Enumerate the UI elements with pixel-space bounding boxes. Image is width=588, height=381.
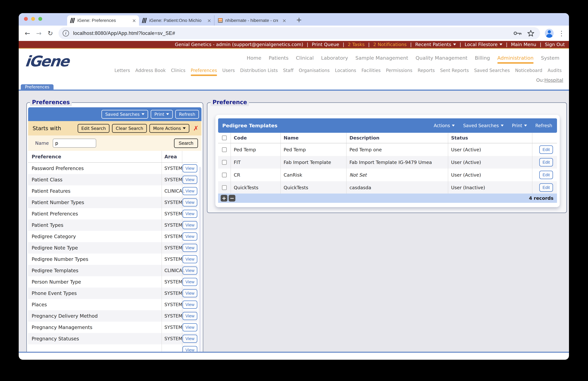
more-actions-button[interactable]: More Actions bbox=[149, 124, 189, 133]
secondary-nav-item[interactable]: Users bbox=[222, 68, 235, 73]
view-button[interactable]: View bbox=[183, 289, 197, 297]
secondary-nav-item[interactable]: Clinics bbox=[171, 68, 186, 73]
name-field[interactable] bbox=[53, 139, 96, 148]
topbar-item[interactable]: Recent Patients bbox=[415, 42, 465, 47]
view-button[interactable]: View bbox=[183, 221, 197, 229]
back-icon[interactable]: ← bbox=[25, 30, 30, 37]
primary-nav-item[interactable]: System bbox=[541, 55, 559, 61]
secondary-nav-item[interactable]: Audits bbox=[547, 68, 562, 73]
secondary-nav-item[interactable]: Saved Searches bbox=[474, 68, 510, 73]
secondary-nav-item[interactable]: Reports bbox=[418, 68, 435, 73]
view-button[interactable]: View bbox=[183, 187, 197, 195]
main-content: Preferences Saved Searches Print Refresh… bbox=[19, 91, 569, 352]
secondary-nav-item[interactable]: Locations bbox=[335, 68, 356, 73]
list-scrollbar[interactable] bbox=[199, 167, 201, 352]
tab-close-icon[interactable]: × bbox=[282, 18, 286, 23]
topbar-item[interactable]: Genial Genetics - admin (support@genialg… bbox=[175, 42, 312, 47]
url-text[interactable]: localhost:8080/App/App.html?locale=sv_SE… bbox=[73, 30, 175, 36]
topbar-item[interactable]: Sign Out bbox=[545, 42, 565, 47]
topbar-item[interactable]: Local Filestore bbox=[465, 42, 511, 47]
secondary-nav-item[interactable]: Letters bbox=[114, 68, 130, 73]
primary-nav-item[interactable]: Administration bbox=[497, 55, 534, 61]
header-action-link[interactable]: Refresh bbox=[535, 123, 552, 128]
edit-button[interactable]: Edit bbox=[539, 158, 553, 166]
topbar-items: Genial Genetics - admin (support@genialg… bbox=[175, 42, 565, 47]
bookmark-star-icon[interactable] bbox=[527, 30, 534, 37]
edit-button[interactable]: Edit bbox=[539, 145, 553, 154]
primary-nav-item[interactable]: Billing bbox=[475, 55, 490, 61]
view-button[interactable]: View bbox=[183, 323, 197, 331]
secondary-nav-item[interactable]: Organisations bbox=[299, 68, 330, 73]
preference-name bbox=[28, 344, 162, 352]
select-all-checkbox[interactable] bbox=[222, 135, 227, 140]
header-action-link[interactable]: Saved Searches bbox=[463, 123, 504, 128]
print-button[interactable]: Print bbox=[151, 110, 173, 119]
view-button[interactable]: View bbox=[183, 301, 197, 309]
saved-searches-button[interactable]: Saved Searches bbox=[102, 110, 148, 119]
site-info-icon[interactable]: i bbox=[63, 30, 69, 37]
topbar-item[interactable]: Main Menu bbox=[511, 42, 545, 47]
secondary-nav-item[interactable]: Sent Reports bbox=[440, 68, 469, 73]
header-action-link[interactable]: Print bbox=[512, 123, 527, 128]
secondary-nav-item[interactable]: Facilities bbox=[361, 68, 381, 73]
topbar-item[interactable]: 2 Tasks bbox=[348, 42, 373, 47]
secondary-nav-item[interactable]: Noticeboard bbox=[515, 68, 542, 73]
header-action-link[interactable]: Actions bbox=[434, 123, 455, 128]
browser-tab[interactable]: nhibernate - hibernate - creat × bbox=[214, 15, 289, 26]
view-button[interactable]: View bbox=[183, 232, 197, 241]
refresh-button[interactable]: Refresh bbox=[175, 110, 199, 119]
edit-search-button[interactable]: Edit Search bbox=[78, 124, 110, 133]
clear-search-button[interactable]: Clear Search bbox=[112, 124, 147, 133]
search-button[interactable]: Search bbox=[174, 138, 198, 148]
tab-close-icon[interactable]: × bbox=[132, 18, 136, 23]
secondary-nav-item[interactable]: Distribution Lists bbox=[240, 68, 278, 73]
edit-button[interactable]: Edit bbox=[539, 183, 553, 192]
topbar-item-label: Sign Out bbox=[545, 42, 565, 47]
view-button[interactable]: View bbox=[183, 278, 197, 286]
topbar-item[interactable]: Print Queue bbox=[312, 42, 348, 47]
primary-nav-item[interactable]: Patients bbox=[269, 55, 289, 61]
view-button[interactable]: View bbox=[183, 164, 197, 172]
app-header: iGene Home Patients Clinical Laboratory … bbox=[19, 49, 569, 84]
browser-tab[interactable]: iGene: Patient:Ono Michio × bbox=[139, 15, 214, 26]
secondary-nav-item[interactable]: Address Book bbox=[135, 68, 166, 73]
view-button[interactable]: View bbox=[183, 210, 197, 218]
forward-icon[interactable]: → bbox=[36, 30, 42, 37]
password-key-icon[interactable] bbox=[514, 31, 522, 36]
view-button[interactable]: View bbox=[183, 255, 197, 263]
new-tab-button[interactable]: + bbox=[296, 16, 302, 25]
primary-nav-item[interactable]: Clinical bbox=[296, 55, 314, 61]
ou-hospital-link[interactable]: Hospital bbox=[544, 77, 563, 83]
tab-close-icon[interactable]: × bbox=[207, 18, 211, 23]
row-checkbox[interactable] bbox=[222, 147, 227, 152]
primary-nav-item[interactable]: Quality Management bbox=[416, 55, 467, 61]
primary-nav-item[interactable]: Sample Management bbox=[355, 55, 408, 61]
topbar-item[interactable]: 2 Notifications bbox=[373, 42, 415, 47]
view-button[interactable]: View bbox=[183, 198, 197, 206]
page-tab-preferences[interactable]: Preferences bbox=[21, 84, 54, 90]
view-button[interactable]: View bbox=[183, 335, 197, 343]
col-preference: Preference bbox=[28, 151, 162, 162]
row-checkbox[interactable] bbox=[222, 160, 227, 165]
browser-tab[interactable]: iGene: Preferences × bbox=[67, 15, 139, 26]
view-button[interactable]: View bbox=[183, 346, 197, 352]
primary-nav-item[interactable]: Home bbox=[247, 55, 261, 61]
secondary-nav-item[interactable]: Permissions bbox=[386, 68, 412, 73]
close-search-icon[interactable]: ✗ bbox=[193, 125, 199, 132]
address-bar[interactable]: i localhost:8080/App/App.html?locale=sv_… bbox=[59, 27, 540, 39]
view-button[interactable]: View bbox=[183, 312, 197, 320]
edit-button[interactable]: Edit bbox=[539, 171, 553, 179]
view-button[interactable]: View bbox=[183, 244, 197, 252]
secondary-nav-item[interactable]: Staff bbox=[283, 68, 293, 73]
primary-nav-item[interactable]: Laboratory bbox=[321, 55, 348, 61]
remove-icon[interactable]: − bbox=[229, 195, 235, 202]
view-button[interactable]: View bbox=[183, 176, 197, 184]
row-checkbox[interactable] bbox=[222, 173, 227, 177]
add-icon[interactable]: + bbox=[221, 195, 227, 202]
browser-menu-icon[interactable]: ⋮ bbox=[558, 29, 565, 37]
row-checkbox[interactable] bbox=[222, 185, 227, 190]
secondary-nav-item[interactable]: Preferences bbox=[191, 68, 217, 73]
profile-avatar[interactable] bbox=[545, 29, 554, 38]
reload-icon[interactable]: ↻ bbox=[48, 30, 53, 37]
view-button[interactable]: View bbox=[183, 267, 197, 275]
